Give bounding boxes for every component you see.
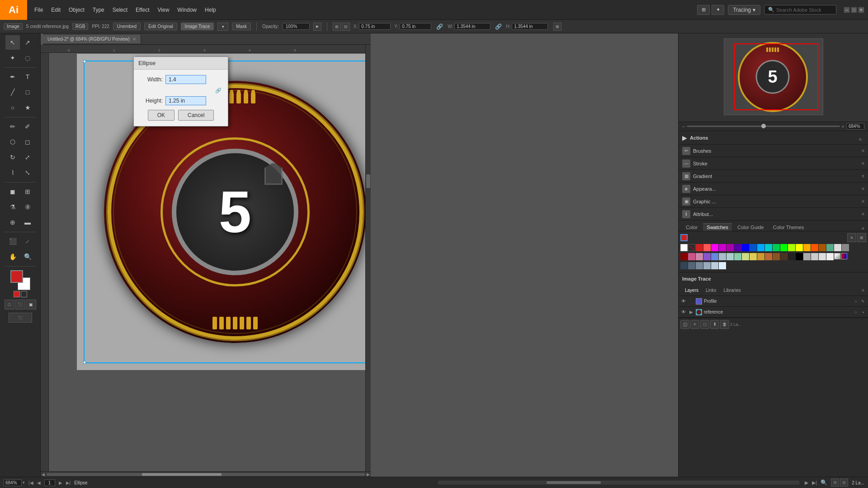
swatch-brown[interactable]: [819, 244, 826, 251]
eyedropper-tool[interactable]: ⚗: [5, 200, 20, 214]
swatch-grid-view[interactable]: ⊞: [857, 233, 866, 242]
zoom-dropdown[interactable]: ▾: [23, 480, 25, 485]
link-dimensions-icon[interactable]: 🔗: [435, 22, 444, 31]
color-tab-themes[interactable]: Color Themes: [769, 224, 808, 231]
image-trace-button[interactable]: Image Trace: [181, 23, 214, 30]
tab-layers[interactable]: Layers: [682, 287, 701, 294]
stroke-panel-row[interactable]: — Stroke ≡: [679, 157, 868, 170]
swatch-teal[interactable]: [773, 244, 780, 251]
swatch-medium-purple[interactable]: [703, 253, 711, 260]
swatch-yellow[interactable]: [796, 244, 803, 251]
prev-page-btn[interactable]: ◀: [37, 480, 41, 485]
menu-select[interactable]: Select: [109, 5, 131, 15]
cancel-button[interactable]: Cancel: [178, 110, 214, 121]
swatch-cyan[interactable]: [765, 244, 772, 251]
swatch-blue-gray[interactable]: [719, 253, 726, 260]
graphic-panel-row[interactable]: ▣ Graphic ... ≡: [679, 195, 868, 208]
minimize-button[interactable]: ─: [844, 7, 850, 13]
scrollbar-vertical[interactable]: [365, 45, 371, 477]
zoom-input[interactable]: [4, 479, 22, 486]
swatch-slate[interactable]: [680, 262, 688, 269]
swatch-orange[interactable]: [803, 244, 811, 251]
timeline-end[interactable]: ▶|: [812, 480, 817, 486]
type-tool[interactable]: T: [20, 70, 35, 84]
swatch-pink[interactable]: [688, 253, 695, 260]
gradient-panel-row[interactable]: ▦ Gradient ≡: [679, 170, 868, 183]
swatch-dark-brown[interactable]: [773, 253, 780, 260]
menu-effect[interactable]: Effect: [132, 5, 153, 15]
active-swatch-indicator[interactable]: [680, 234, 688, 241]
menu-edit[interactable]: Edit: [47, 5, 64, 15]
chart-tool[interactable]: ▬: [20, 215, 35, 230]
normal-mode[interactable]: □: [5, 300, 14, 310]
last-page-btn[interactable]: ▶|: [66, 480, 71, 485]
swatch-alice[interactable]: [711, 262, 718, 269]
ellipse-tool[interactable]: ○: [5, 100, 20, 115]
swatch-white[interactable]: [680, 244, 688, 251]
tracing-badge[interactable]: Tracing ▾: [728, 5, 760, 15]
layer-lock-ref-icon[interactable]: ○: [853, 309, 859, 315]
layer-edit-ref-icon[interactable]: ▪: [860, 309, 866, 315]
layer-arrow-reference[interactable]: ▶: [689, 310, 694, 315]
lasso-tool[interactable]: ◌: [20, 51, 35, 65]
ok-button[interactable]: OK: [148, 110, 175, 121]
swatch-gray[interactable]: [842, 244, 849, 251]
handle-tl[interactable]: [83, 60, 86, 63]
scroll-right-btn[interactable]: ▶: [367, 472, 370, 477]
zoom-in-icon[interactable]: +: [842, 124, 844, 129]
zoom-tool[interactable]: 🔍: [20, 249, 35, 264]
scale-tool[interactable]: ⤢: [20, 150, 35, 164]
artboard-tool[interactable]: ⬛: [5, 234, 20, 249]
maximize-button[interactable]: □: [851, 7, 857, 13]
swatch-amber[interactable]: [757, 253, 764, 260]
brushes-collapse[interactable]: ≡: [862, 148, 864, 153]
timeline-play[interactable]: ▶: [805, 480, 808, 486]
next-page-btn[interactable]: ▶: [59, 480, 62, 485]
shaper-tool[interactable]: ⬡: [5, 135, 20, 149]
brushes-panel-row[interactable]: ✏ Brushes ≡: [679, 145, 868, 157]
swatch-sienna[interactable]: [765, 253, 772, 260]
layers-panel-collapse[interactable]: ≡: [862, 288, 864, 293]
appearance-panel-row[interactable]: ◈ Appeara... ≡: [679, 183, 868, 195]
star-tool[interactable]: ★: [20, 100, 35, 115]
attribute-panel-row[interactable]: ℹ Attribut... ≡: [679, 208, 868, 221]
align-icon[interactable]: ⊠: [553, 23, 561, 31]
tab-libraries[interactable]: Libraries: [721, 287, 743, 294]
make-clipping-mask-btn[interactable]: ◫: [680, 320, 689, 329]
close-button[interactable]: ✕: [858, 7, 864, 13]
swatch-light-gray[interactable]: [834, 244, 841, 251]
handle-bl[interactable]: [83, 361, 86, 364]
swatch-near-white[interactable]: [826, 253, 834, 260]
layer-eye-profile[interactable]: 👁: [680, 298, 687, 305]
height-input[interactable]: [165, 96, 206, 105]
fullscreen-mode[interactable]: ▣: [26, 300, 36, 310]
symbol-tool[interactable]: ⊕: [5, 215, 20, 230]
x-input[interactable]: [359, 23, 391, 30]
swatch-gradient[interactable]: [841, 253, 847, 259]
swatch-none[interactable]: [688, 244, 695, 251]
drawing-mode[interactable]: ⬛: [9, 313, 32, 323]
swatch-ghost[interactable]: [719, 262, 726, 269]
swatch-light-red[interactable]: [703, 244, 711, 251]
menu-file[interactable]: File: [31, 5, 47, 15]
stroke-collapse[interactable]: ≡: [862, 161, 864, 166]
unembed-button[interactable]: Unembed: [113, 23, 141, 30]
layer-lock-icon[interactable]: ○: [853, 298, 859, 305]
page-input[interactable]: [44, 479, 55, 486]
first-page-btn[interactable]: |◀: [28, 480, 33, 485]
swatch-near-black[interactable]: [788, 253, 795, 260]
width-input[interactable]: [165, 75, 206, 84]
layer-arrow-profile[interactable]: [689, 299, 694, 304]
free-transform-tool[interactable]: ⤡: [20, 165, 35, 180]
stroke-swatch[interactable]: [21, 291, 27, 297]
mesh-tool[interactable]: ⊞: [20, 184, 35, 199]
appearance-collapse[interactable]: ≡: [862, 186, 864, 191]
mode-grid-icon[interactable]: ⊞: [697, 5, 710, 15]
layer-edit-icon[interactable]: ✎: [860, 298, 866, 305]
w-input[interactable]: [454, 23, 491, 30]
swatch-dark-blue[interactable]: [750, 244, 757, 251]
menu-window[interactable]: Window: [174, 5, 200, 15]
swatch-list-view[interactable]: ≡: [847, 233, 856, 242]
swatch-lighter-gray[interactable]: [811, 253, 818, 260]
full-mode[interactable]: ⬛: [15, 300, 25, 310]
